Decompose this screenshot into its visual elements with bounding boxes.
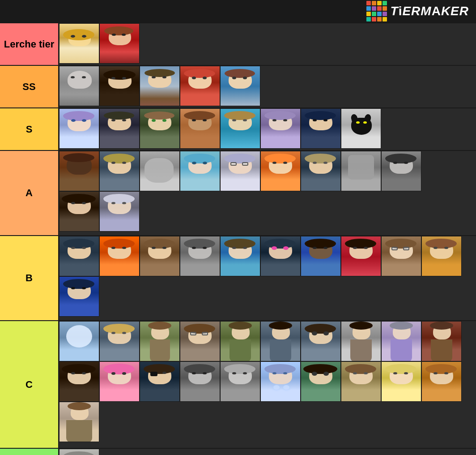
tier-content-b	[58, 236, 476, 320]
char-a-11	[99, 191, 140, 232]
char-b-1	[59, 236, 99, 276]
tier-label-a: A	[0, 151, 58, 235]
char-s-4	[180, 108, 220, 149]
char-c-9	[381, 321, 421, 361]
char-s-6	[260, 108, 301, 149]
char-c-3	[140, 321, 180, 361]
tier-row-d: D for Dustin	[0, 448, 476, 455]
char-ss-5	[220, 66, 260, 106]
char-a-1	[59, 151, 99, 191]
char-c-20	[421, 361, 462, 402]
char-b-7	[301, 236, 341, 276]
tier-row-c-3	[59, 402, 476, 442]
tier-row-c: C	[0, 320, 476, 448]
tier-row-c-2	[59, 361, 476, 402]
char-c-7	[301, 321, 341, 361]
char-c-16	[260, 361, 301, 402]
char-b-8	[341, 236, 381, 276]
char-s-7	[301, 108, 341, 149]
char-c-10	[421, 321, 462, 361]
char-c-19	[381, 361, 421, 402]
char-c-8	[341, 321, 381, 361]
tier-content-ss	[58, 66, 476, 107]
tier-row-b-2	[59, 276, 476, 317]
char-ss-1	[59, 66, 99, 106]
char-c-11	[59, 361, 99, 402]
tier-row-a-2	[59, 191, 476, 232]
char-c-5	[220, 321, 260, 361]
tier-row-lerche: Lerche tier	[0, 22, 476, 65]
tier-row-a: A	[0, 150, 476, 235]
char-c-18	[341, 361, 381, 402]
tiermaker-logo: TiERMAKER	[366, 1, 469, 21]
tier-label-d: D for Dustin	[0, 449, 58, 455]
tier-content-c	[58, 321, 476, 448]
char-c-21	[59, 402, 99, 442]
char-b-9	[381, 236, 421, 276]
tier-row-b-1	[59, 236, 476, 276]
char-c-15	[220, 361, 260, 402]
char-b-4	[180, 236, 220, 276]
tier-content-s	[58, 108, 476, 150]
char-ss-4	[180, 66, 220, 106]
tier-label-b: B	[0, 236, 58, 320]
char-s-5	[220, 108, 260, 149]
char-b-3	[140, 236, 180, 276]
logo-text: TiERMAKER	[391, 4, 469, 18]
char-a-3	[140, 151, 180, 191]
char-s-8	[341, 108, 381, 149]
char-a-8	[341, 151, 381, 191]
header: TiERMAKER	[0, 0, 476, 22]
char-s-2	[99, 108, 140, 149]
char-s-3	[140, 108, 180, 149]
tier-row-s: S	[0, 107, 476, 150]
char-b-5	[220, 236, 260, 276]
char-b-2	[99, 236, 140, 276]
tier-row-c-1	[59, 321, 476, 361]
char-a-4	[180, 151, 220, 191]
tier-label-c: C	[0, 321, 58, 448]
tier-row-a-1	[59, 151, 476, 191]
char-a-9	[381, 151, 421, 191]
char-b-11	[59, 276, 99, 317]
char-a-5	[220, 151, 260, 191]
char-b-10	[421, 236, 462, 276]
char-a-7	[301, 151, 341, 191]
tier-row-ss: SS	[0, 65, 476, 107]
char-a-10	[59, 191, 99, 232]
char-c-6	[260, 321, 301, 361]
char-d-1	[59, 449, 99, 455]
char-c-12	[99, 361, 140, 402]
tier-label-lerche: Lerche tier	[0, 23, 58, 65]
char-s-1	[59, 108, 99, 149]
char-c-17	[301, 361, 341, 402]
char-lerche-1	[59, 23, 99, 64]
tier-content-a	[58, 151, 476, 235]
char-b-6	[260, 236, 301, 276]
char-c-14	[180, 361, 220, 402]
char-ss-3	[140, 66, 180, 106]
char-c-13	[140, 361, 180, 402]
tier-label-ss: SS	[0, 66, 58, 107]
char-c-4	[180, 321, 220, 361]
tier-label-s: S	[0, 108, 58, 150]
char-ss-2	[99, 66, 140, 106]
char-a-2	[99, 151, 140, 191]
tier-content-d	[58, 449, 476, 455]
logo-grid-icon	[366, 1, 387, 21]
char-lerche-2	[99, 23, 140, 64]
tier-content-lerche	[58, 23, 476, 65]
tier-row-b: B	[0, 235, 476, 320]
tier-list: TiERMAKER Lerche tier	[0, 0, 476, 455]
char-a-6	[260, 151, 301, 191]
char-c-1	[59, 321, 99, 361]
char-c-2	[99, 321, 140, 361]
